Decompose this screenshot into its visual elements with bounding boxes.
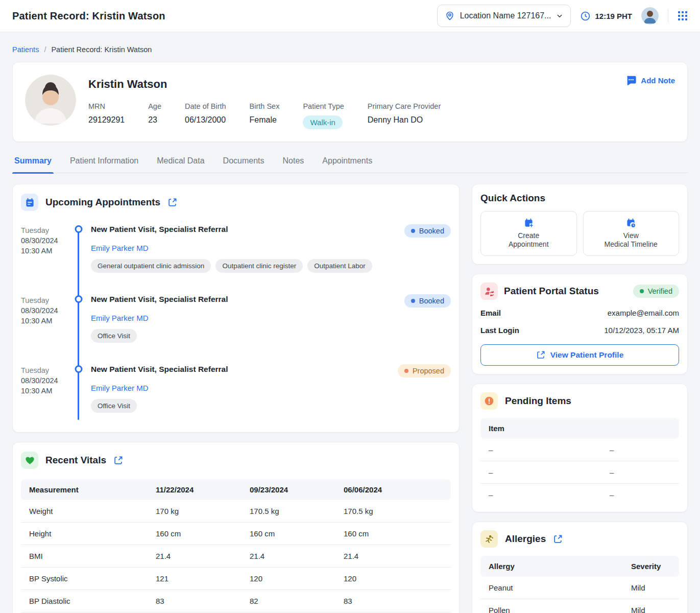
allergies-card: Allergies Allergy Severity [472, 522, 688, 613]
clock-widget: 12:19 PHT [580, 11, 632, 21]
table-row: PeanutMild [480, 577, 679, 599]
view-medical-timeline-button[interactable]: View Medical Timeline [583, 211, 680, 256]
patient-photo [25, 75, 76, 126]
patient-type-badge: Walk-in [303, 115, 342, 129]
patient-summary-card: Kristin Watson MRN 29129291 Age 23 Date … [12, 62, 688, 142]
provider-link[interactable]: Emily Parker MD [91, 384, 451, 392]
provider-link[interactable]: Emily Parker MD [91, 314, 451, 322]
appointment-title: New Patient Visit, Specialist Referral [91, 364, 228, 374]
appointment-title: New Patient Visit, Specialist Referral [91, 294, 228, 304]
quick-actions-card: Quick Actions Create Appointment [472, 184, 688, 265]
timeline-node [75, 225, 82, 233]
appointments-timeline: Tuesday 08/30/2024 10:30 AM New Patient … [21, 224, 451, 427]
appointment-tag: General outpatient clinic admission [91, 259, 211, 273]
status-dot-icon [640, 289, 644, 293]
clock-icon [580, 11, 591, 21]
chevron-down-icon [556, 12, 563, 19]
field-birth-sex: Birth Sex Female [250, 102, 280, 129]
appointment-tag: Outpatient clinic register [215, 259, 303, 273]
allergies-external-link-icon[interactable] [553, 534, 563, 544]
verified-badge: Verified [633, 285, 679, 298]
breadcrumb-separator: / [44, 45, 46, 54]
status-badge: Proposed [398, 364, 451, 378]
allergies-col-header: Severity [623, 556, 679, 577]
field-dob: Date of Birth 06/13/2000 [185, 102, 226, 129]
user-avatar[interactable] [641, 7, 659, 25]
location-selector[interactable]: Location Name 127167... [437, 5, 571, 27]
appointment-datetime: Tuesday 08/30/2024 10:30 AM [21, 294, 70, 343]
quick-actions-title: Quick Actions [480, 193, 679, 204]
status-badge: Booked [404, 224, 451, 238]
appointment-title: New Patient Visit, Specialist Referral [91, 224, 228, 234]
pending-items-title: Pending Items [505, 395, 571, 407]
appointment-tag: Office Visit [91, 329, 137, 343]
tab-summary[interactable]: Summary [12, 156, 54, 173]
patient-name: Kristin Watson [88, 78, 675, 91]
appointment-item[interactable]: Tuesday 08/30/2024 10:30 AM New Patient … [21, 364, 451, 427]
patient-fields: MRN 29129291 Age 23 Date of Birth 06/13/… [88, 102, 675, 129]
tab-patient-information[interactable]: Patient Information [68, 156, 140, 173]
table-row: BMI21.421.421.4 [21, 545, 451, 568]
vitals-external-link-icon[interactable] [113, 456, 123, 465]
tab-documents[interactable]: Documents [221, 156, 267, 173]
apps-grid-icon[interactable] [678, 11, 688, 21]
table-row: –– [480, 461, 679, 484]
create-appointment-label: Create Appointment [509, 231, 549, 249]
field-age: Age 23 [148, 102, 161, 129]
portal-email-value: example@email.com [608, 309, 679, 317]
breadcrumb-current: Patient Record: Kristin Watson [51, 45, 152, 54]
page-title: Patient Record: Kristin Watson [12, 10, 165, 22]
timeline-node [75, 295, 82, 303]
provider-link[interactable]: Emily Parker MD [91, 244, 451, 252]
external-link-icon [536, 350, 545, 360]
pending-col-header-blank [601, 418, 679, 439]
appointment-datetime: Tuesday 08/30/2024 10:30 AM [21, 364, 70, 413]
appointment-item[interactable]: Tuesday 08/30/2024 10:30 AM New Patient … [21, 294, 451, 364]
status-dot-icon [411, 229, 415, 233]
header-divider [668, 9, 668, 22]
vitals-col-header: 09/23/2024 [242, 479, 335, 500]
pending-items-table: Item –– –– –– [480, 418, 679, 506]
field-pcp: Primary Care Provider Denny Han DO [368, 102, 441, 129]
create-appointment-button[interactable]: Create Appointment [480, 211, 577, 256]
status-dot-icon [411, 299, 415, 303]
timeline-node [75, 365, 82, 373]
appointment-item[interactable]: Tuesday 08/30/2024 10:30 AM New Patient … [21, 224, 451, 294]
status-badge: Booked [404, 294, 451, 308]
tab-appointments[interactable]: Appointments [320, 156, 374, 173]
heart-icon [21, 452, 38, 469]
allergies-col-header: Allergy [480, 556, 623, 577]
tab-notes[interactable]: Notes [281, 156, 306, 173]
view-patient-profile-button[interactable]: View Patient Profile [480, 344, 679, 366]
table-row: Weight170 kg170.5 kg170.5 kg [21, 500, 451, 523]
calendar-icon [21, 194, 38, 211]
calendar-plus-icon [524, 218, 534, 228]
portal-status-title: Patient Portal Status [504, 286, 627, 297]
location-pin-icon [445, 11, 455, 21]
recent-vitals-card: Recent Vitals Measurement 11/22/2024 09/… [12, 442, 460, 613]
current-time: 12:19 PHT [595, 12, 632, 20]
appointments-title: Upcoming Appointments [45, 197, 160, 208]
breadcrumb: Patients / Patient Record: Kristin Watso… [0, 32, 700, 62]
tab-medical-data[interactable]: Medical Data [155, 156, 206, 173]
appointment-datetime: Tuesday 08/30/2024 10:30 AM [21, 224, 70, 273]
pcp-link[interactable]: Denny Han DO [368, 115, 441, 125]
vitals-col-header: 06/06/2024 [335, 479, 451, 500]
vitals-col-header: Measurement [21, 479, 148, 500]
calendar-clock-icon [626, 218, 636, 228]
table-row: Height160 cm160 cm160 cm [21, 523, 451, 545]
pending-items-card: Pending Items Item –– –– [472, 384, 688, 512]
status-dot-icon [404, 369, 408, 373]
top-bar: Patient Record: Kristin Watson Location … [0, 0, 700, 32]
appointments-external-link-icon[interactable] [167, 198, 177, 207]
allergies-title: Allergies [505, 533, 546, 545]
alert-icon [480, 392, 498, 410]
patient-portal-status-card: Patient Portal Status Verified Email exa… [472, 274, 688, 374]
appointment-tag: Office Visit [91, 399, 137, 413]
appointment-tag: Outpatient Labor [307, 259, 372, 273]
add-note-button[interactable]: Add Note [625, 75, 675, 86]
vitals-col-header: 11/22/2024 [148, 479, 242, 500]
upcoming-appointments-card: Upcoming Appointments Tuesday 08/30/2024… [12, 184, 460, 433]
breadcrumb-patients-link[interactable]: Patients [12, 45, 39, 54]
chat-bubble-icon [625, 75, 637, 86]
